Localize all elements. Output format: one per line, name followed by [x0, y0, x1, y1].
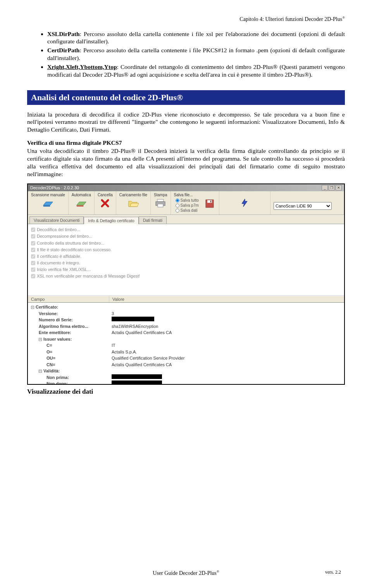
save-all-radio[interactable]: Salva tutto: [176, 198, 199, 203]
footer-center: User Guide Decoder 2D-Plus: [153, 570, 216, 576]
svg-rect-8: [207, 200, 212, 203]
auto-scanner-icon: [75, 198, 88, 209]
app-screenshot: Decoder2DPlus : 2.0.2.30 _ ❐ ✕ Scansione…: [27, 183, 345, 385]
bullet-item: XSLDirPath: Percorso assoluto della cart…: [47, 30, 345, 46]
detail-grid-header: Campo Valore: [28, 296, 344, 303]
status-item: Il file è stato decodificato con success…: [31, 247, 341, 253]
printer-icon: [154, 198, 167, 209]
toolbar-spacer: [219, 191, 270, 214]
window-title: Decoder2DPlus : 2.0.2.30: [30, 185, 79, 190]
tab-signed[interactable]: Dati firmati: [139, 216, 167, 224]
paragraph: Iniziata la procedura di decodifica il c…: [27, 111, 345, 134]
bullet-list: XSLDirPath: Percorso assoluto della cart…: [27, 30, 345, 79]
maximize-button[interactable]: ❐: [329, 185, 335, 190]
svg-rect-1: [43, 206, 50, 207]
lightning-icon[interactable]: [238, 197, 251, 208]
print-button[interactable]: Stampa: [151, 191, 170, 214]
load-file-button[interactable]: Caricamento file: [116, 191, 151, 214]
window-controls: _ ❐ ✕: [322, 185, 342, 190]
redacted-value: [112, 381, 162, 384]
certificate-tree: −Certificato: Versione:3 Numero di Serie…: [28, 303, 344, 384]
chapter-reg: ®: [342, 15, 345, 19]
chapter-header: Capitolo 4: Ulteriori funzioni Decoder 2…: [27, 15, 345, 22]
svg-rect-6: [158, 204, 163, 207]
tab-info[interactable]: Info & Dettaglio certificato: [84, 217, 139, 224]
status-item: Controllo della struttura del timbro...: [31, 240, 341, 247]
svg-rect-9: [210, 201, 211, 202]
save-p7m-radio[interactable]: Salva p7m: [176, 203, 199, 208]
svg-marker-0: [43, 202, 53, 206]
cancel-icon: [99, 198, 111, 209]
tab-viewer[interactable]: Visualizzatore Documenti: [29, 216, 84, 224]
redacted-value: [112, 374, 162, 379]
page-footer: User Guide Decoder 2D-Plus® vers. 2.2: [0, 569, 372, 576]
bullet-item: CertDirPath: Percorso assoluto della car…: [47, 46, 345, 62]
save-icon[interactable]: [203, 198, 216, 209]
bullet-label: XSLDirPath: [47, 31, 80, 37]
status-item: XSL non verificabile per mancanza di Mes…: [31, 273, 341, 279]
save-file-group: Salva file... Salva tutto Salva p7m Salv…: [171, 191, 219, 214]
cancel-button[interactable]: Cancella: [95, 191, 116, 214]
minimize-button[interactable]: _: [322, 185, 328, 190]
bullet-text: : Percorso assoluto della cartella conte…: [47, 31, 345, 45]
scanner-select: CanoScan LiDE 90: [270, 191, 344, 214]
redacted-value: [112, 317, 154, 321]
bullet-item: Xright,Xleft,Ybottom,Ytop: Coordinate de…: [47, 63, 345, 79]
scanner-dropdown[interactable]: CanoScan LiDE 90: [274, 202, 332, 210]
viz-heading: Visualizzazione dei dati: [27, 388, 345, 396]
toolbar: Scansione manuale Automatica Cancella Ca…: [28, 191, 344, 215]
close-button[interactable]: ✕: [336, 185, 342, 190]
chapter-text: Capitolo 4: Ulteriori funzioni Decoder 2…: [239, 16, 342, 22]
bullet-label: CertDirPath: [47, 47, 80, 53]
status-item: Decompressione del timbro...: [31, 233, 341, 240]
tab-bar: Visualizzatore Documenti Info & Dettagli…: [28, 215, 344, 224]
status-check-list: Decodifica del timbro... Decompressione …: [28, 224, 344, 296]
col-field: Campo: [28, 296, 109, 302]
subheading: Verifica di una firma digitale PKCS7: [27, 139, 345, 146]
svg-rect-3: [77, 206, 84, 207]
section-banner: Analisi del contenuto del codice 2D-Plus…: [27, 90, 345, 105]
svg-marker-2: [77, 202, 86, 206]
bullet-text: : Percorso assoluto della cartella conte…: [47, 47, 345, 61]
status-item: Inizio verifica file XML/XSL...: [31, 266, 341, 273]
status-item: Il certificato è affidabile.: [31, 253, 341, 260]
window-titlebar: Decoder2DPlus : 2.0.2.30 _ ❐ ✕: [28, 184, 344, 191]
footer-version: vers. 2.2: [325, 569, 341, 575]
col-value: Valore: [109, 296, 344, 302]
folder-open-icon: [127, 198, 140, 209]
bullet-label: Xright,Xleft,Ybottom,Ytop: [47, 63, 117, 70]
svg-rect-4: [157, 199, 164, 202]
automatic-button[interactable]: Automatica: [69, 191, 95, 214]
footer-reg: ®: [217, 569, 219, 573]
scan-manual-button[interactable]: Scansione manuale: [28, 191, 69, 214]
status-item: Decodifica del timbro...: [31, 226, 341, 233]
status-item: Il documento è integro.: [31, 260, 341, 266]
paragraph: Una volta decodificato il timbro 2D-Plus…: [27, 147, 345, 178]
save-data-radio[interactable]: Salva dati: [176, 208, 199, 213]
scanner-icon: [42, 198, 54, 209]
